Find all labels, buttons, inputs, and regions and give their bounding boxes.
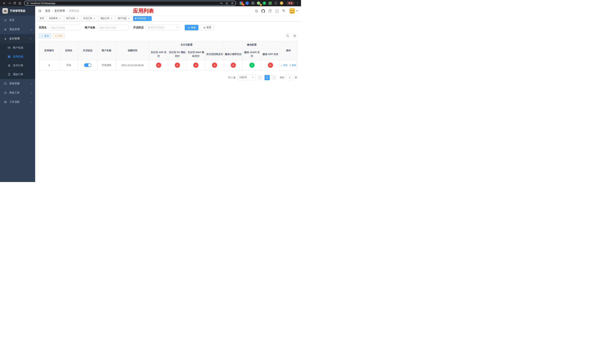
- coin-icon: [7, 64, 11, 67]
- main-area: 首页 / 支付管理 / 应用信息 应用列表 ? TT: [35, 6, 301, 182]
- cell-merchant: 芋道源码: [97, 60, 116, 70]
- omnibox-actions: [220, 2, 234, 5]
- close-icon[interactable]: ×: [110, 17, 113, 20]
- sidebar-item-merchant-info[interactable]: 商户信息: [0, 43, 35, 52]
- dashboard-icon: [4, 19, 7, 22]
- document-icon: [7, 73, 11, 76]
- tab-merchant-info[interactable]: 商户信息 ×: [116, 16, 132, 21]
- reset-button[interactable]: 重置: [200, 25, 214, 30]
- export-button[interactable]: 导出: [53, 33, 65, 39]
- close-icon[interactable]: ×: [59, 17, 61, 20]
- extension-icon-1[interactable]: 10: [240, 1, 243, 5]
- tab-refund-order[interactable]: 退款订单 ×: [99, 16, 115, 21]
- app-logo-bar[interactable]: 芋道管理系统: [0, 6, 35, 16]
- sidebar-collapse-button[interactable]: [38, 9, 42, 13]
- extension-icon-3[interactable]: [251, 1, 255, 5]
- extension-icon-2[interactable]: [246, 1, 249, 5]
- col-header-wechat-mini: 微信小程序支付: [224, 49, 243, 60]
- goto-page-input[interactable]: [286, 75, 294, 80]
- cell-alipay-wap: [187, 60, 205, 70]
- browser-home-button[interactable]: [17, 1, 22, 6]
- fullscreen-icon[interactable]: [275, 9, 279, 13]
- refresh-table-button[interactable]: [292, 33, 297, 39]
- close-icon[interactable]: ×: [93, 17, 96, 20]
- sidebar-item-label: 支付管理: [9, 37, 31, 40]
- breadcrumb-current: 应用信息: [69, 9, 79, 13]
- search-icon[interactable]: [254, 9, 258, 13]
- merchant-name-input[interactable]: [97, 25, 129, 30]
- sidebar-item-label: 支付订单: [13, 64, 32, 67]
- browser-menu-button[interactable]: ⋮: [296, 1, 299, 5]
- sidebar-item-app-info[interactable]: 应用信息: [0, 52, 35, 61]
- site-info-icon[interactable]: [26, 2, 29, 5]
- extension-icon-emoji[interactable]: [280, 1, 283, 5]
- briefcase-icon: [4, 101, 7, 104]
- tab-user-group[interactable]: 用户分组 ×: [64, 16, 80, 21]
- share-icon[interactable]: [226, 2, 228, 5]
- tab-pay-order[interactable]: 支付订单 ×: [81, 16, 97, 21]
- prev-page-button[interactable]: ‹: [258, 75, 263, 80]
- breadcrumb-home[interactable]: 首页: [45, 9, 50, 13]
- active-dot: [135, 18, 136, 19]
- toggle-search-button[interactable]: [285, 33, 290, 39]
- extension-icon-5[interactable]: [263, 1, 266, 5]
- password-key-icon[interactable]: [220, 2, 223, 5]
- col-header-alipay-wap: 支付宝 WAP 网站支付: [187, 49, 205, 60]
- user-menu[interactable]: [289, 8, 298, 14]
- app-name-input[interactable]: [49, 25, 80, 30]
- extension-icon-6[interactable]: [269, 1, 272, 5]
- breadcrumb-payment[interactable]: 支付管理: [54, 9, 65, 13]
- browser-back-button[interactable]: [2, 1, 7, 6]
- refresh-icon: [203, 26, 205, 29]
- bookmark-star-icon[interactable]: [231, 2, 234, 5]
- sidebar-item-refund-order[interactable]: 退款订单: [0, 70, 35, 79]
- sidebar-item-payment[interactable]: ¥ 支付管理: [0, 34, 35, 43]
- tab-app-info[interactable]: 应用信息 ×: [133, 16, 152, 21]
- col-header-alipay-qr: 支付宝扫码支付: [205, 49, 224, 60]
- arrow-left-icon: [3, 2, 6, 5]
- github-icon[interactable]: [261, 9, 265, 13]
- current-page[interactable]: 1: [265, 75, 270, 80]
- cell-wechat-app: [261, 60, 280, 70]
- edit-button[interactable]: 修改: [281, 64, 288, 67]
- delete-button[interactable]: 删除: [289, 64, 296, 67]
- extension-icon-4[interactable]: 1: [257, 1, 260, 5]
- next-page-button[interactable]: ›: [272, 75, 277, 80]
- total-count: 共 1 条: [228, 76, 236, 79]
- status-select[interactable]: 请选择开启状态: [146, 25, 180, 30]
- status-icon: [268, 63, 273, 68]
- sidebar-item-infrastructure[interactable]: 基础设施: [0, 79, 35, 88]
- browser-update-button[interactable]: 更新: [286, 1, 295, 5]
- font-size-icon[interactable]: TT: [282, 9, 286, 13]
- avatar: [289, 8, 295, 14]
- home-icon: [18, 2, 22, 5]
- breadcrumb-separator: /: [52, 10, 53, 12]
- status-icon: [156, 63, 161, 68]
- col-header-merchant: 商户名称: [97, 41, 116, 60]
- sidebar-item-pay-order[interactable]: 支付订单: [0, 61, 35, 70]
- pencil-icon: [281, 64, 283, 66]
- close-icon[interactable]: ×: [128, 17, 130, 20]
- browser-forward-button[interactable]: [7, 1, 12, 6]
- tab-home[interactable]: 首页: [38, 16, 46, 21]
- page-size-select[interactable]: 10条/页: [237, 75, 256, 80]
- tabs-bar: 首页 流程表单 × 用户分组 × 支付订单 × 退款订单 × 商户信息 ×: [35, 16, 301, 21]
- help-icon[interactable]: ?: [268, 9, 272, 13]
- close-icon[interactable]: ×: [147, 17, 150, 20]
- enabled-switch[interactable]: [84, 63, 91, 67]
- close-icon[interactable]: ×: [76, 17, 78, 20]
- goto-label: 前往: [280, 76, 285, 79]
- sidebar-item-dev-tools[interactable]: 研发工具: [0, 88, 35, 97]
- tab-process-form[interactable]: 流程表单 ×: [47, 16, 63, 21]
- browser-refresh-button[interactable]: [12, 1, 17, 6]
- extension-icon-7[interactable]: [274, 1, 278, 5]
- sidebar-item-workflow[interactable]: 工作流程: [0, 97, 35, 107]
- url-text[interactable]: localhost:1024/pay/app: [31, 2, 55, 5]
- cell-wechat-jsapi: [243, 60, 261, 70]
- sidebar-item-home[interactable]: 首页: [0, 16, 35, 25]
- search-icon: [188, 26, 190, 29]
- address-bar[interactable]: localhost:1024/pay/app: [24, 1, 236, 6]
- add-button[interactable]: ＋ 新增: [39, 33, 51, 39]
- search-button[interactable]: 搜索: [185, 25, 198, 30]
- sidebar-item-system[interactable]: 系统管理: [0, 25, 35, 34]
